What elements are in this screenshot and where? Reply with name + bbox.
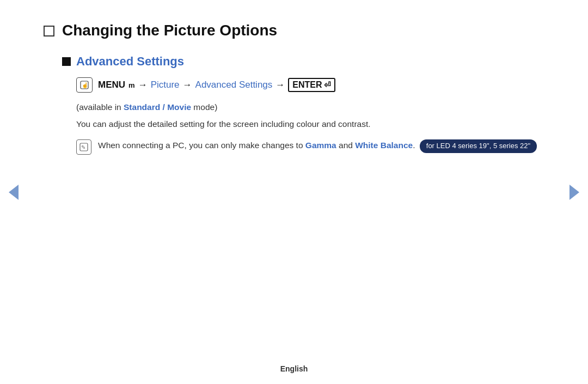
note-prefix: When connecting a PC, you can only make … <box>98 141 305 150</box>
menu-hand-icon: ☝ <box>76 77 93 93</box>
section-bullet-icon <box>62 57 71 66</box>
menu-link-advanced: Advanced Settings <box>195 80 273 90</box>
footer-language: English <box>280 364 308 373</box>
note-mid: and <box>336 141 355 150</box>
menu-keyword: MENU <box>98 80 125 90</box>
nav-right-button[interactable] <box>566 184 583 200</box>
availability-prefix: (available in <box>76 102 124 112</box>
section-header: Advanced Settings <box>62 54 544 69</box>
svg-text:✎: ✎ <box>81 144 85 150</box>
main-title-row: Changing the Picture Options <box>44 22 544 39</box>
availability-text: (available in Standard / Movie mode) <box>76 102 544 112</box>
enter-return-icon: ⏎ <box>324 80 331 90</box>
section: Advanced Settings ☝ MENU m → Picture → A… <box>62 54 544 155</box>
main-title-text: Changing the Picture Options <box>62 22 277 39</box>
note-suffix: . <box>413 141 415 150</box>
arrow1: → <box>138 80 148 90</box>
note-link-gamma: Gamma <box>305 141 336 150</box>
note-text: When connecting a PC, you can only make … <box>98 139 537 153</box>
page-container: Changing the Picture Options Advanced Se… <box>0 0 588 384</box>
availability-highlight: Standard / Movie <box>124 102 191 112</box>
menu-link-picture: Picture <box>151 80 180 90</box>
series-badge: for LED 4 series 19", 5 series 22" <box>420 139 537 153</box>
menu-path: ☝ MENU m → Picture → Advanced Settings →… <box>76 77 544 93</box>
title-checkbox-icon <box>44 26 54 36</box>
note-pencil-icon: ✎ <box>76 139 91 155</box>
section-title: Advanced Settings <box>76 54 184 69</box>
enter-label: ENTER <box>292 80 322 90</box>
availability-suffix: mode) <box>191 102 217 112</box>
left-arrow-icon <box>9 185 19 200</box>
description-text: You can adjust the detailed setting for … <box>76 118 544 130</box>
right-arrow-icon <box>569 185 579 200</box>
nav-left-button[interactable] <box>5 184 22 200</box>
note-row: ✎ When connecting a PC, you can only mak… <box>76 139 544 155</box>
arrow2: → <box>183 80 192 90</box>
svg-text:☝: ☝ <box>82 82 89 89</box>
arrow3: → <box>275 80 285 90</box>
menu-suffix: m <box>128 81 135 89</box>
note-link-white: White Balance <box>355 141 413 150</box>
enter-box: ENTER ⏎ <box>288 78 335 92</box>
